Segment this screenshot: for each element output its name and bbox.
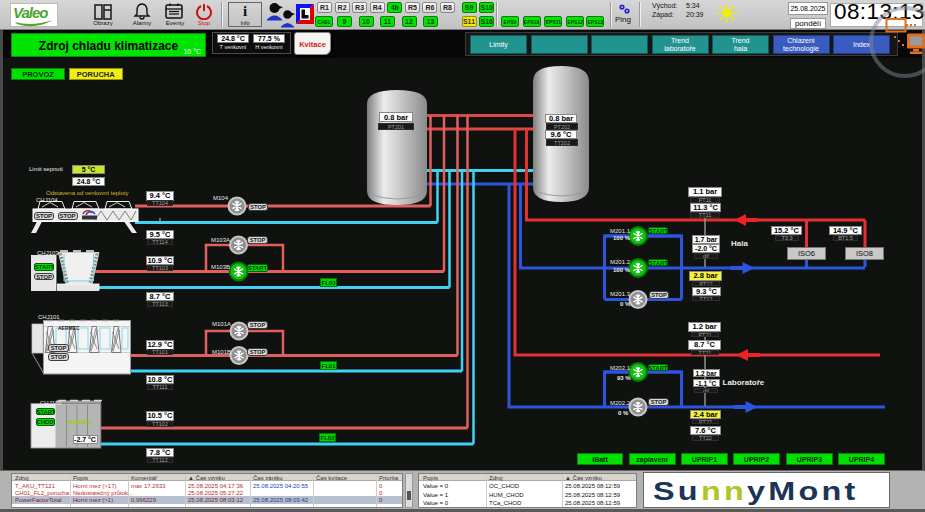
- svg-text:AERMEC: AERMEC: [58, 325, 80, 331]
- svg-text:AERMEC: AERMEC: [65, 419, 93, 425]
